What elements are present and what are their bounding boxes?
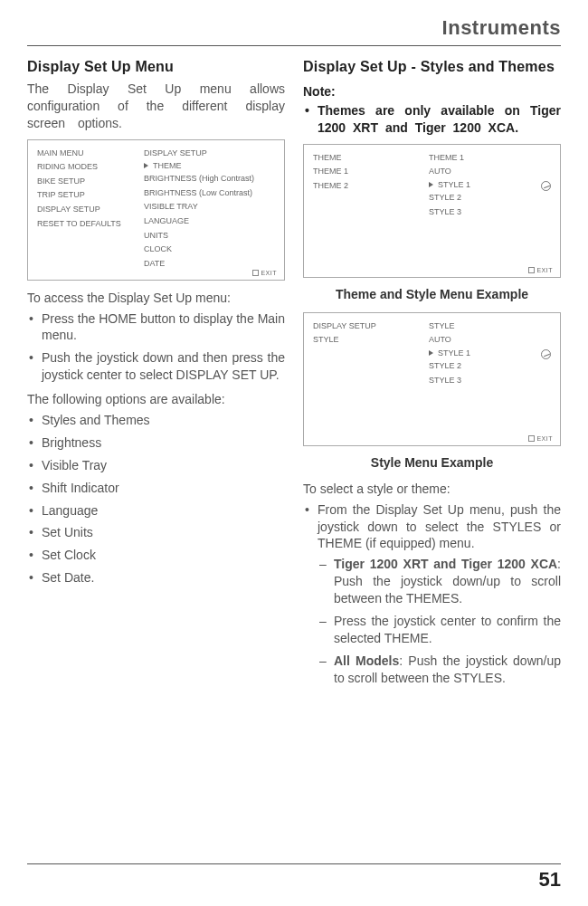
menu-item: DISPLAY SETUP (37, 204, 128, 215)
menu-left-column: THEME THEME 1 THEME 2 (313, 152, 413, 217)
menu-item: UNITS (144, 230, 254, 242)
left-column: Display Set Up Menu The Display Set Up m… (27, 59, 285, 694)
section-heading-display-setup: Display Set Up Menu (27, 59, 285, 75)
menu-item-label: THEME (153, 161, 182, 170)
list-item: From the Display Set Up menu, push the j… (318, 501, 561, 687)
cursor-icon (144, 163, 148, 168)
menu-item: DISPLAY SETUP (144, 148, 254, 159)
access-lead: To access the Display Set Up menu: (27, 290, 285, 307)
menu-item: STYLE (313, 334, 413, 346)
menu-screenshot-display-setup: MAIN MENU RIDING MODES BIKE SETUP TRIP S… (27, 139, 285, 281)
page-number: 51 (539, 868, 561, 891)
page: Instruments Display Set Up Menu The Disp… (0, 0, 588, 906)
menu-item: VISIBLE TRAY (144, 201, 254, 213)
list-item: Visible Tray (42, 457, 285, 474)
menu-item-label: STYLE 1 (438, 348, 470, 358)
top-bar: Instruments (27, 16, 561, 46)
list-item: All Models: Push the joystick down/up to… (334, 653, 561, 687)
list-item: Shift Indicator (42, 480, 285, 497)
list-item-text: From the Display Set Up menu, push the j… (318, 502, 561, 551)
menu-item: THEME 2 (313, 180, 413, 192)
select-lead: To select a style or theme: (303, 481, 561, 498)
menu-item: TRIP SETUP (37, 189, 128, 201)
exit-indicator: EXIT (528, 435, 553, 442)
menu-left-column: MAIN MENU RIDING MODES BIKE SETUP TRIP S… (37, 148, 128, 270)
menu-item: STYLE 3 (429, 375, 470, 386)
note-label: Note: (303, 84, 561, 99)
list-item: Set Date. (42, 569, 285, 587)
model-bold: Tiger 1200 XRT and Tiger 1200 XCA (334, 557, 557, 571)
note-item: Themes are only available on Tiger 1200 … (318, 102, 561, 137)
menu-item-selected: STYLE 1 (429, 180, 470, 189)
list-item: Language (42, 502, 285, 520)
list-item: Tiger 1200 XRT and Tiger 1200 XCA: Push … (334, 556, 561, 607)
exit-label: EXIT (536, 435, 553, 442)
list-item: Press the joystick center to confirm the… (334, 613, 561, 647)
menu-screenshot-style: DISPLAY SETUP STYLE STYLE AUTO STYLE 1 S… (303, 312, 561, 446)
menu-item: STYLE 2 (429, 192, 470, 204)
menu-item: DATE (144, 258, 254, 270)
menu-item: STYLE 2 (429, 360, 470, 372)
options-lead: The following options are available: (27, 391, 285, 408)
menu-item: STYLE (429, 320, 470, 332)
menu-item: MAIN MENU (37, 148, 128, 159)
section-heading-styles-themes: Display Set Up - Styles and Themes (303, 59, 561, 75)
menu-item: STYLE 3 (429, 206, 470, 218)
menu-item: BRIGHTNESS (High Contrast) (144, 173, 254, 185)
menu-item: DISPLAY SETUP (313, 320, 413, 332)
menu-item-selected: STYLE 1 (429, 348, 470, 358)
menu-item-selected: THEME (144, 161, 254, 170)
access-steps-list: Press the HOME button to display the Mai… (27, 310, 285, 385)
exit-label: EXIT (261, 270, 277, 276)
menu-item: BRIGHTNESS (Low Contrast) (144, 187, 254, 199)
model-bold: All Models (334, 653, 399, 668)
menu-item: AUTO (429, 166, 470, 177)
menu-right-column: THEME 1 AUTO STYLE 1 STYLE 2 STYLE 3 (429, 152, 470, 217)
home-icon (528, 435, 535, 442)
menu-screenshot-theme: THEME THEME 1 THEME 2 THEME 1 AUTO STYLE… (303, 144, 561, 278)
chapter-title: Instruments (442, 16, 561, 40)
exit-label: EXIT (536, 267, 553, 273)
right-column: Display Set Up - Styles and Themes Note:… (303, 59, 561, 694)
menu-item: THEME 1 (429, 152, 470, 164)
menu-left-column: DISPLAY SETUP STYLE (313, 320, 413, 386)
list-item: Set Units (42, 524, 285, 541)
intro-paragraph: The Display Set Up menu allows configura… (27, 81, 285, 132)
exit-indicator: EXIT (252, 270, 277, 276)
menu-right-column: DISPLAY SETUP THEME BRIGHTNESS (High Con… (144, 148, 254, 270)
cursor-icon (429, 350, 433, 356)
note-list: Themes are only available on Tiger 1200 … (303, 102, 561, 137)
check-circle-icon (541, 349, 551, 359)
select-steps-list: From the Display Set Up menu, push the j… (303, 501, 561, 687)
menu-item: RESET TO DEFAULTS (37, 218, 128, 230)
list-item: Press the HOME button to display the Mai… (42, 310, 285, 345)
list-item: Push the joystick down and then press th… (42, 349, 285, 384)
sub-steps-list: Tiger 1200 XRT and Tiger 1200 XCA: Push … (318, 556, 561, 686)
list-item: Styles and Themes (42, 412, 285, 429)
caption-theme: Theme and Style Menu Example (303, 287, 561, 301)
two-column-layout: Display Set Up Menu The Display Set Up m… (27, 59, 561, 694)
menu-item: RIDING MODES (37, 161, 128, 173)
footer: 51 (27, 863, 561, 892)
caption-style: Style Menu Example (303, 455, 561, 470)
menu-item: THEME (313, 152, 413, 164)
menu-item: LANGUAGE (144, 215, 254, 227)
list-item: Set Clock (42, 547, 285, 564)
home-icon (528, 267, 535, 273)
menu-item: BIKE SETUP (37, 176, 128, 187)
exit-indicator: EXIT (528, 267, 553, 273)
menu-item-label: STYLE 1 (438, 180, 470, 189)
cursor-icon (429, 182, 433, 187)
home-icon (252, 270, 259, 276)
menu-item: AUTO (429, 334, 470, 346)
check-circle-icon (541, 181, 551, 191)
options-list: Styles and Themes Brightness Visible Tra… (27, 412, 285, 587)
menu-right-column: STYLE AUTO STYLE 1 STYLE 2 STYLE 3 (429, 320, 470, 386)
list-item: Brightness (42, 434, 285, 452)
menu-item: CLOCK (144, 243, 254, 255)
menu-item: THEME 1 (313, 166, 413, 177)
